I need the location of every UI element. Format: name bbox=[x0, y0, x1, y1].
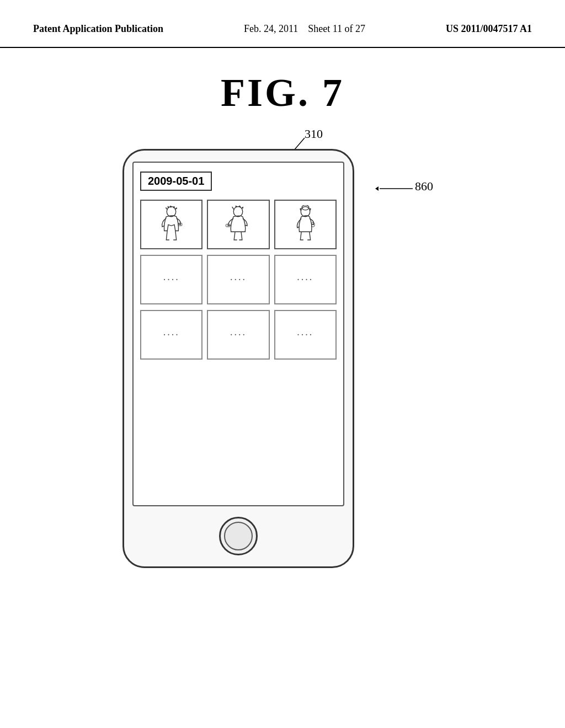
arrow-860-line bbox=[374, 182, 418, 196]
svg-point-6 bbox=[234, 207, 243, 217]
publication-date-sheet: Feb. 24, 2011 Sheet 11 of 27 bbox=[244, 22, 365, 36]
dot-row-1: ···· ···· ···· bbox=[140, 255, 337, 304]
photo-row-1 bbox=[140, 200, 337, 249]
svg-marker-3 bbox=[375, 186, 379, 191]
dot-cell-2: ···· bbox=[207, 255, 269, 304]
sheet-info: Sheet 11 of 27 bbox=[308, 23, 365, 34]
device-shell: 2009-05-01 bbox=[122, 149, 354, 568]
person-figure-2 bbox=[223, 205, 253, 244]
page-header: Patent Application Publication Feb. 24, … bbox=[0, 0, 565, 48]
dot-cell-3: ···· bbox=[274, 255, 337, 304]
home-button[interactable] bbox=[219, 517, 258, 555]
publication-label: Patent Application Publication bbox=[33, 22, 163, 36]
photo-cell-1 bbox=[140, 200, 202, 249]
dot-row-2: ···· ···· ···· bbox=[140, 310, 337, 360]
photo-cell-2 bbox=[207, 200, 269, 249]
date-label: 2009-05-01 bbox=[140, 172, 212, 191]
dot-cell-1: ···· bbox=[140, 255, 202, 304]
person-figure-3 bbox=[290, 205, 321, 244]
photo-cell-3 bbox=[274, 200, 337, 249]
dot-cell-5: ···· bbox=[207, 310, 269, 360]
person-figure-1 bbox=[156, 205, 186, 244]
patent-number: US 2011/0047517 A1 bbox=[446, 22, 532, 36]
dot-cell-4: ···· bbox=[140, 310, 202, 360]
home-button-inner bbox=[224, 522, 253, 550]
dot-cell-6: ···· bbox=[274, 310, 337, 360]
figure-title: FIG. 7 bbox=[0, 70, 565, 116]
pub-date: Feb. 24, 2011 bbox=[244, 23, 298, 34]
diagram-area: 310 860 2009-05-01 bbox=[0, 127, 565, 568]
device-screen: 2009-05-01 bbox=[132, 162, 344, 506]
